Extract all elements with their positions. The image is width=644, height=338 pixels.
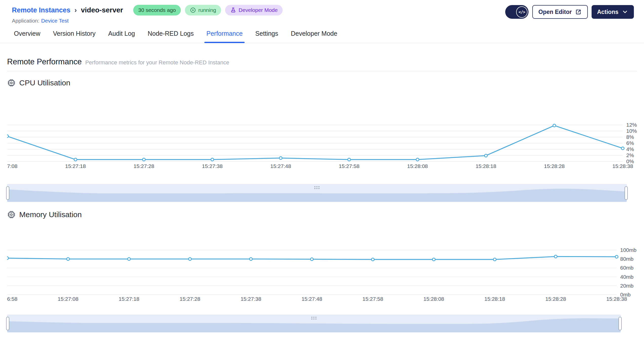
x-tick-label: 6:58 — [7, 296, 17, 302]
cpu-utilisation-heading: CPU Utilisation — [7, 78, 637, 88]
cpu-utilisation-section: CPU Utilisation0%2%4%6%8%10%12%7:0815:27… — [7, 78, 637, 202]
cpu-chip-icon — [7, 79, 16, 87]
data-point — [493, 258, 496, 261]
status-badge: running — [185, 5, 221, 15]
data-point — [310, 258, 313, 261]
x-tick-label: 15:28:28 — [545, 296, 566, 302]
y-tick-label: 12% — [626, 122, 637, 128]
data-point — [432, 258, 435, 261]
performance-panel: Remote Performance Performance metrics f… — [0, 57, 644, 332]
data-point — [128, 258, 130, 260]
data-point — [249, 258, 252, 260]
page-heading: Remote Performance Performance metrics f… — [7, 57, 637, 66]
open-editor-button[interactable]: Open Editor — [532, 5, 588, 19]
y-tick-label: 2% — [626, 152, 634, 158]
data-point — [484, 154, 487, 157]
breadcrumb-remote-instances[interactable]: Remote Instances — [12, 6, 70, 14]
data-point — [143, 158, 145, 161]
chevron-down-icon — [622, 9, 628, 15]
tab-audit-log[interactable]: Audit Log — [108, 30, 135, 43]
x-tick-label: 15:27:58 — [362, 296, 383, 302]
x-tick-label: 15:28:38 — [606, 296, 627, 302]
developer-mode-badge-label: Developer Mode — [239, 7, 278, 13]
memory-utilisation-section: Memory Utilisation0mb20mb40mb60mb80mb100… — [7, 210, 637, 332]
data-point — [348, 158, 350, 161]
cpu-utilisation-chart: 0%2%4%6%8%10%12%7:0815:27:1815:27:2815:2… — [7, 107, 637, 171]
x-tick-label: 15:27:28 — [133, 163, 154, 169]
x-tick-label: 15:27:48 — [270, 163, 291, 169]
x-tick-label: 15:27:08 — [58, 296, 79, 302]
section-title: Memory Utilisation — [19, 210, 82, 219]
brush-grip-dots[interactable] — [314, 186, 320, 189]
cpu-chip-icon — [7, 210, 16, 219]
x-tick-label: 15:27:38 — [202, 163, 223, 169]
data-point — [211, 158, 214, 161]
tab-developer-mode[interactable]: Developer Mode — [290, 30, 338, 43]
x-tick-label: 15:28:18 — [476, 163, 496, 169]
page-subtitle: Performance metrics for your Remote Node… — [85, 59, 229, 66]
data-point — [189, 258, 191, 260]
developer-mode-badge: Developer Mode — [225, 5, 283, 15]
data-point — [553, 124, 556, 127]
data-point — [416, 158, 419, 161]
data-point — [67, 258, 69, 260]
brush-right-handle[interactable] — [618, 317, 622, 330]
data-point — [615, 255, 618, 258]
x-tick-label: 15:28:38 — [612, 163, 633, 169]
actions-button[interactable]: Actions — [592, 5, 634, 19]
x-tick-label: 15:28:08 — [423, 296, 444, 302]
data-point — [7, 257, 9, 259]
memory-utilisation-range-brush[interactable] — [7, 315, 621, 332]
x-tick-label: 15:28:28 — [544, 163, 565, 169]
data-point — [372, 258, 374, 261]
tab-overview[interactable]: Overview — [13, 30, 41, 43]
data-point — [621, 147, 624, 150]
x-tick-label: 15:27:38 — [241, 296, 261, 302]
data-point — [74, 158, 77, 161]
y-tick-label: 100mb — [620, 247, 636, 253]
section-title: CPU Utilisation — [19, 79, 70, 87]
tab-version-history[interactable]: Version History — [52, 30, 96, 43]
y-tick-label: 40mb — [620, 274, 634, 280]
brush-right-handle[interactable] — [625, 186, 628, 200]
play-circle-icon — [190, 7, 196, 13]
tab-settings[interactable]: Settings — [255, 30, 279, 43]
y-tick-label: 6% — [626, 140, 634, 146]
y-tick-label: 80mb — [620, 256, 634, 262]
y-tick-label: 20mb — [620, 283, 634, 289]
y-tick-label: 4% — [626, 146, 634, 152]
developer-mode-toggle[interactable]: </> — [505, 5, 529, 19]
tab-performance[interactable]: Performance — [206, 30, 243, 43]
breadcrumb: Remote Instances › video-server 30 secon… — [12, 5, 283, 16]
cpu-utilisation-range-brush[interactable] — [7, 184, 627, 202]
x-tick-label: 15:27:18 — [65, 163, 86, 169]
page-title: Remote Performance — [7, 57, 82, 66]
breadcrumb-instance-name: video-server — [81, 6, 123, 14]
x-tick-label: 15:27:28 — [180, 296, 200, 302]
data-point — [279, 157, 282, 159]
external-link-icon — [575, 9, 582, 15]
header-left: Remote Instances › video-server 30 secon… — [12, 5, 283, 24]
tab-node-red-logs[interactable]: Node-RED Logs — [147, 30, 194, 43]
brush-left-handle[interactable] — [6, 186, 9, 200]
series-line — [7, 125, 623, 159]
x-tick-label: 15:27:58 — [339, 163, 360, 169]
brush-grip-dots[interactable] — [311, 317, 317, 320]
data-point — [554, 255, 557, 258]
breadcrumb-chevron-icon: › — [74, 7, 77, 14]
data-point — [7, 135, 9, 138]
last-seen-badge: 30 seconds ago — [133, 5, 181, 15]
divider — [7, 71, 637, 71]
header: Remote Instances › video-server 30 secon… — [0, 0, 644, 24]
last-seen-badge-label: 30 seconds ago — [138, 7, 176, 13]
brush-left-handle[interactable] — [6, 317, 9, 330]
open-editor-label: Open Editor — [538, 9, 572, 15]
x-tick-label: 15:27:48 — [302, 296, 322, 302]
status-badge-label: running — [198, 7, 216, 13]
application-link[interactable]: Device Test — [41, 18, 69, 24]
application-label: Application: — [12, 18, 40, 24]
memory-utilisation-chart: 0mb20mb40mb60mb80mb100mb6:5815:27:0815:2… — [7, 242, 637, 305]
x-tick-label: 15:28:08 — [407, 163, 428, 169]
header-actions: </> Open Editor Actions — [505, 5, 634, 19]
actions-label: Actions — [597, 9, 618, 15]
